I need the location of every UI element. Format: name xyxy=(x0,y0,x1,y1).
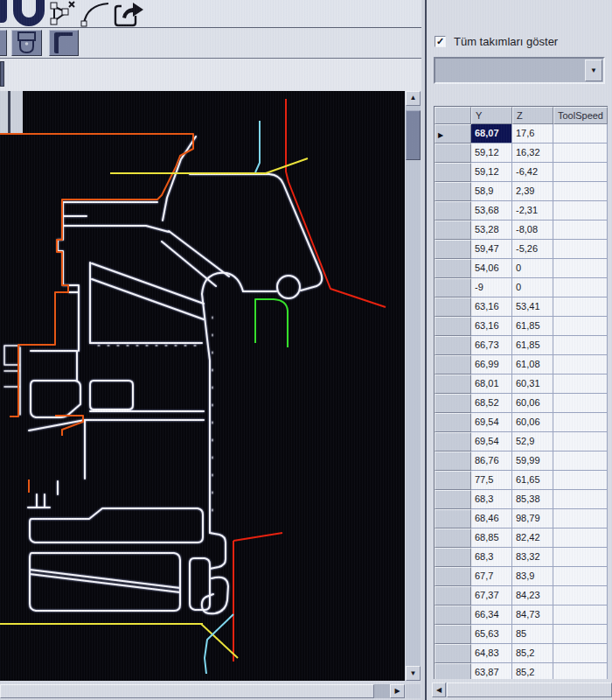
table-row[interactable]: 59,1216,32 xyxy=(435,144,608,163)
cell-z[interactable]: 84,73 xyxy=(512,606,553,625)
cell-toolspeed[interactable] xyxy=(553,163,608,182)
cell-y[interactable]: 64,83 xyxy=(471,644,512,663)
table-row[interactable]: 63,1653,41 xyxy=(435,298,608,317)
cell-y[interactable]: 58,9 xyxy=(471,182,512,201)
cell-toolspeed[interactable] xyxy=(553,355,608,374)
cell-z[interactable]: 61,65 xyxy=(512,471,553,490)
cell-toolspeed[interactable] xyxy=(553,124,608,144)
cell-y[interactable]: 66,34 xyxy=(471,606,512,625)
cell-toolspeed[interactable] xyxy=(553,606,608,625)
row-selector-cell[interactable] xyxy=(435,490,471,509)
vertical-scroll-thumb[interactable] xyxy=(406,110,421,160)
magnet-icon[interactable] xyxy=(17,0,40,22)
canvas-vertical-scrollbar[interactable]: ▲ ▼ xyxy=(406,91,421,681)
cell-toolspeed[interactable] xyxy=(553,567,608,586)
cell-z[interactable]: 61,08 xyxy=(512,355,553,374)
cell-z[interactable]: 16,32 xyxy=(512,144,553,163)
table-row[interactable]: 65,6385 xyxy=(435,625,608,644)
tool-magazine-button[interactable] xyxy=(11,30,42,56)
row-selector-cell[interactable] xyxy=(435,240,471,259)
row-selector-cell[interactable] xyxy=(435,298,471,317)
row-selector-cell[interactable] xyxy=(435,163,471,182)
cell-toolspeed[interactable] xyxy=(553,490,608,509)
cell-y[interactable]: 63,16 xyxy=(471,317,512,336)
cell-y[interactable]: 59,12 xyxy=(471,163,512,182)
show-all-tools-checkbox[interactable]: ✓ xyxy=(435,36,446,47)
cell-z[interactable]: 61,85 xyxy=(512,317,553,336)
row-selector-cell[interactable] xyxy=(435,182,471,201)
cell-y[interactable]: 67,7 xyxy=(471,567,512,586)
table-horizontal-scroll-thumb[interactable] xyxy=(447,682,612,697)
table-row[interactable]: 67,3784,23 xyxy=(435,586,608,606)
table-row[interactable]: 67,783,9 xyxy=(435,567,608,586)
cell-z[interactable]: 17,6 xyxy=(512,124,553,144)
cell-y[interactable]: 67,37 xyxy=(471,586,512,606)
row-selector-cell[interactable] xyxy=(435,471,471,490)
row-selector-cell[interactable] xyxy=(435,394,471,413)
cell-z[interactable]: 98,79 xyxy=(512,509,553,528)
cell-toolspeed[interactable] xyxy=(553,509,608,528)
cell-y[interactable]: 69,54 xyxy=(471,432,512,452)
table-scroll-left-button[interactable]: ◀ xyxy=(432,682,446,697)
scroll-up-button[interactable]: ▲ xyxy=(406,91,421,106)
table-row[interactable]: -90 xyxy=(435,278,608,298)
cell-z[interactable]: 53,41 xyxy=(512,298,553,317)
header-toolspeed[interactable]: ToolSpeed xyxy=(553,107,608,124)
cell-toolspeed[interactable] xyxy=(553,201,608,220)
row-selector-cell[interactable] xyxy=(435,259,471,278)
cell-z[interactable]: 60,06 xyxy=(512,413,553,432)
row-selector-cell[interactable] xyxy=(435,355,471,374)
table-row[interactable]: 68,8582,42 xyxy=(435,528,608,548)
cell-y[interactable]: 59,12 xyxy=(471,144,512,163)
export-icon[interactable] xyxy=(115,3,143,25)
table-row[interactable]: 53,68-2,31 xyxy=(435,201,608,220)
row-selector-cell[interactable] xyxy=(435,625,471,644)
cell-toolspeed[interactable] xyxy=(553,298,608,317)
cell-z[interactable]: 85 xyxy=(512,625,553,644)
cell-z[interactable]: 83,9 xyxy=(512,567,553,586)
cell-toolspeed[interactable] xyxy=(553,144,608,163)
cell-y[interactable]: 77,5 xyxy=(471,471,512,490)
row-selector-cell[interactable] xyxy=(435,509,471,528)
cell-z[interactable]: -5,26 xyxy=(512,240,553,259)
table-row[interactable]: 69,5460,06 xyxy=(435,413,608,432)
cell-toolspeed[interactable] xyxy=(553,240,608,259)
scroll-right-button[interactable]: ▶ xyxy=(390,684,405,698)
partial-mode-button[interactable] xyxy=(0,30,7,56)
table-row[interactable]: 69,5452,9 xyxy=(435,432,608,452)
cell-y[interactable]: 54,06 xyxy=(471,259,512,278)
cell-z[interactable]: 85,38 xyxy=(512,490,553,509)
table-row[interactable]: 63,1661,85 xyxy=(435,317,608,336)
cell-toolspeed[interactable] xyxy=(553,278,608,298)
cell-z[interactable]: 0 xyxy=(512,259,553,278)
table-row[interactable]: ▶68,0717,6 xyxy=(435,124,608,144)
cell-toolspeed[interactable] xyxy=(553,452,608,471)
cell-y[interactable]: 68,46 xyxy=(471,509,512,528)
cell-y[interactable]: 69,54 xyxy=(471,413,512,432)
cell-toolspeed[interactable] xyxy=(553,663,608,679)
header-y[interactable]: Y xyxy=(471,107,512,124)
row-selector-cell[interactable] xyxy=(435,317,471,336)
dropdown-arrow-button[interactable]: ▼ xyxy=(585,60,602,81)
cell-toolspeed[interactable] xyxy=(553,336,608,355)
cell-y[interactable]: -9 xyxy=(471,278,512,298)
table-row[interactable]: 68,5260,06 xyxy=(435,394,608,413)
cell-y[interactable]: 68,01 xyxy=(471,374,512,394)
cell-toolspeed[interactable] xyxy=(553,528,608,548)
cell-toolspeed[interactable] xyxy=(553,413,608,432)
row-selector-cell[interactable] xyxy=(435,144,471,163)
cell-z[interactable]: 83,32 xyxy=(512,548,553,567)
table-row[interactable]: 54,060 xyxy=(435,259,608,278)
cell-toolspeed[interactable] xyxy=(553,625,608,644)
table-row[interactable]: 86,7659,99 xyxy=(435,452,608,471)
table-row[interactable]: 64,8385,2 xyxy=(435,644,608,663)
table-row[interactable]: 59,47-5,26 xyxy=(435,240,608,259)
cell-y[interactable]: 59,47 xyxy=(471,240,512,259)
cell-toolspeed[interactable] xyxy=(553,394,608,413)
horizontal-scroll-thumb[interactable] xyxy=(0,684,374,698)
cell-toolspeed[interactable] xyxy=(553,220,608,240)
partial-button-left[interactable] xyxy=(0,61,4,87)
cell-z[interactable]: 84,23 xyxy=(512,586,553,606)
row-selector-cell[interactable]: ▶ xyxy=(435,124,471,144)
cell-y[interactable]: 53,68 xyxy=(471,201,512,220)
